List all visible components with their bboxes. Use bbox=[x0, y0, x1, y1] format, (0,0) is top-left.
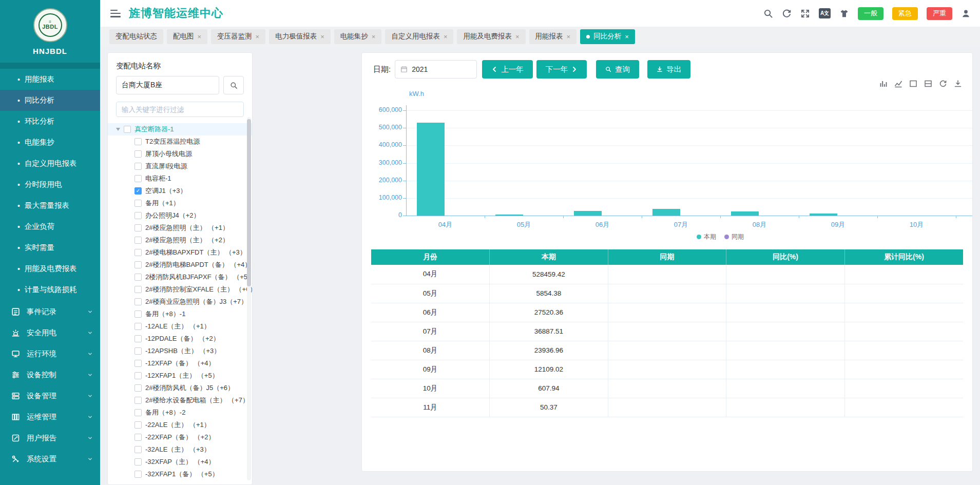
tree-node[interactable]: 备用（+8）-2 bbox=[116, 406, 244, 419]
tree-checkbox[interactable] bbox=[134, 434, 142, 441]
tree-node[interactable]: -12ALE（主） （+1） bbox=[116, 320, 244, 333]
tab-3[interactable]: 变压器监测× bbox=[211, 29, 265, 44]
tree-node[interactable]: -12XFAP（备） （+4） bbox=[116, 357, 244, 370]
tree-node[interactable]: 2#楼给水设备配电箱（主） （+7） bbox=[116, 394, 244, 406]
sidebar-group-用户报告[interactable]: 用户报告 bbox=[0, 428, 100, 449]
sidebar-group-设备控制[interactable]: 设备控制 bbox=[0, 364, 100, 385]
translate-icon[interactable]: A文 bbox=[819, 8, 831, 18]
tree-node-label[interactable]: 2#楼消防控制室XFALE（主） （+6） bbox=[145, 285, 253, 294]
tree-node[interactable]: ✓空调J1（+3） bbox=[116, 185, 244, 197]
tree-checkbox[interactable] bbox=[134, 335, 142, 342]
sidebar-item-用能及电费报表[interactable]: 用能及电费报表 bbox=[0, 258, 100, 279]
tree-scrollbar-thumb[interactable] bbox=[247, 119, 251, 286]
toolbox-stack-icon[interactable] bbox=[909, 80, 917, 88]
alarm-badge-general[interactable]: 一般 bbox=[858, 7, 883, 20]
theme-shirt-icon[interactable] bbox=[839, 9, 849, 18]
tree-node-label[interactable]: 2#楼电梯BAPXFDT（主） （+3） bbox=[145, 248, 246, 257]
tree-node-label[interactable]: -32ALE（主） （+3） bbox=[145, 445, 210, 454]
close-icon[interactable]: × bbox=[256, 33, 260, 41]
refresh-icon[interactable] bbox=[782, 9, 792, 18]
next-year-button[interactable]: 下一年 bbox=[536, 60, 587, 79]
tree-checkbox[interactable] bbox=[134, 200, 142, 207]
tree-checkbox[interactable] bbox=[134, 421, 142, 429]
tree-checkbox[interactable] bbox=[134, 311, 142, 318]
tree-checkbox[interactable] bbox=[134, 150, 142, 158]
close-icon[interactable]: × bbox=[515, 33, 520, 41]
tree-checkbox[interactable] bbox=[134, 212, 142, 219]
sidebar-group-事件记录[interactable]: 事件记录 bbox=[0, 301, 100, 322]
query-button[interactable]: 查询 bbox=[596, 60, 639, 79]
tree-checkbox[interactable] bbox=[134, 138, 142, 145]
tree-node-label[interactable]: 2楼消防风机BJFAPXF（备） （+5） bbox=[145, 273, 253, 282]
tree-node-label[interactable]: -12XFAP（备） （+4） bbox=[145, 359, 215, 368]
sidebar-group-安全用电[interactable]: 安全用电 bbox=[0, 322, 100, 343]
tab-6[interactable]: 自定义用电报表× bbox=[385, 29, 453, 44]
tree-checkbox[interactable] bbox=[134, 471, 142, 478]
tree-checkbox[interactable] bbox=[134, 384, 142, 392]
tree-checkbox[interactable] bbox=[134, 175, 142, 182]
station-search-button[interactable] bbox=[223, 76, 244, 94]
tree-node-label[interactable]: T2变压器温控电源 bbox=[145, 137, 200, 146]
tree-node[interactable]: 直流屏I段电源 bbox=[116, 160, 244, 172]
tree-node-label[interactable]: -12ALE（主） （+1） bbox=[145, 322, 210, 331]
prev-year-button[interactable]: 上一年 bbox=[482, 60, 533, 79]
tree-node[interactable]: 2楼消防风机BJFAPXF（备） （+5） bbox=[116, 271, 244, 283]
tree-node[interactable]: -12APSHB（主） （+3） bbox=[116, 345, 244, 357]
close-icon[interactable]: × bbox=[320, 33, 324, 41]
tree-node-label[interactable]: 电容柜-1 bbox=[145, 174, 171, 183]
tree-node-label[interactable]: -12XFAP1（主） （+5） bbox=[145, 371, 219, 380]
tree-node-label[interactable]: -12APSHB（主） （+3） bbox=[145, 346, 220, 356]
station-name-input[interactable] bbox=[116, 76, 219, 94]
tree-node[interactable]: 电容柜-1 bbox=[116, 172, 244, 185]
sidebar-group-运行环境[interactable]: 运行环境 bbox=[0, 343, 100, 364]
caret-down-icon[interactable] bbox=[116, 128, 120, 131]
tab-1[interactable]: 变配电站状态 bbox=[109, 29, 163, 44]
tab-8[interactable]: 用能报表× bbox=[529, 29, 577, 44]
tree-node[interactable]: 2#楼电梯BAPXFDT（主） （+3） bbox=[116, 246, 244, 259]
tree-node[interactable]: 办公照明J4（+2） bbox=[116, 209, 244, 222]
date-picker[interactable]: 2021 bbox=[395, 60, 477, 79]
tree-node[interactable]: -32ALE（主） （+3） bbox=[116, 443, 244, 456]
tree-checkbox[interactable] bbox=[134, 237, 142, 244]
tree-checkbox[interactable] bbox=[124, 126, 131, 133]
tree-node[interactable]: -22ALE（主） （+1） bbox=[116, 419, 244, 431]
sidebar-item-实时需量[interactable]: 实时需量 bbox=[0, 237, 100, 258]
tree-node-label[interactable]: -22ALE（主） （+1） bbox=[145, 420, 210, 430]
tree-node[interactable]: -32XFAP1（备） （+5） bbox=[116, 468, 244, 480]
tree-checkbox[interactable] bbox=[134, 261, 142, 268]
tree-node[interactable]: -22XFAP（备） （+2） bbox=[116, 431, 244, 443]
sidebar-group-运维管理[interactable]: 运维管理 bbox=[0, 406, 100, 428]
close-icon[interactable]: × bbox=[198, 33, 202, 41]
toolbox-download-icon[interactable] bbox=[954, 80, 962, 88]
close-icon[interactable]: × bbox=[444, 33, 448, 41]
tree-node-label[interactable]: 2#楼给水设备配电箱（主） （+7） bbox=[145, 396, 249, 405]
fullscreen-icon[interactable] bbox=[800, 9, 810, 18]
tree-checkbox[interactable] bbox=[134, 274, 142, 281]
tree-node[interactable]: 2#楼消防电梯BAPDT（备） （+4） bbox=[116, 259, 244, 271]
tree-node-label[interactable]: -22XFAP（备） （+2） bbox=[145, 433, 215, 442]
tree-node[interactable]: -12XFAP1（主） （+5） bbox=[116, 370, 244, 382]
menu-toggle-icon[interactable] bbox=[110, 10, 121, 17]
tab-9[interactable]: 同比分析× bbox=[580, 29, 635, 44]
tree-node[interactable]: 屏顶小母线电源 bbox=[116, 148, 244, 160]
toolbox-line-chart-icon[interactable] bbox=[894, 80, 902, 88]
user-icon[interactable] bbox=[961, 9, 971, 18]
tree-node[interactable]: 2#楼商业应急照明（备）J3（+7） bbox=[116, 296, 244, 308]
tree-checkbox[interactable] bbox=[134, 286, 142, 293]
tab-5[interactable]: 电能集抄× bbox=[334, 29, 382, 44]
tree-node[interactable]: 2#楼应急照明（主） （+2） bbox=[116, 234, 244, 246]
close-icon[interactable]: × bbox=[567, 33, 571, 41]
toolbox-restore-icon[interactable] bbox=[939, 80, 947, 88]
tree-node[interactable]: 2#楼消防风机（备）J5（+6） bbox=[116, 382, 244, 394]
tree-node-root[interactable]: 真空断路器-1 bbox=[108, 123, 252, 135]
tree-node[interactable]: 2#楼消防控制室XFALE（主） （+6） bbox=[116, 283, 244, 296]
tree-node[interactable]: -32XFAP（主） （+4） bbox=[116, 456, 244, 468]
tree-node-label[interactable]: 2#楼消防风机（备）J5（+6） bbox=[145, 383, 234, 393]
sidebar-group-设备管理[interactable]: 设备管理 bbox=[0, 385, 100, 406]
sidebar-item-最大需量报表[interactable]: 最大需量报表 bbox=[0, 195, 100, 216]
tree-checkbox[interactable] bbox=[134, 360, 142, 367]
tree-node-label[interactable]: 备用（+8）-2 bbox=[145, 408, 185, 417]
tree-node[interactable]: 2#楼应急照明（主） （+1） bbox=[116, 222, 244, 234]
tree-node-label[interactable]: -32XFAP（主） （+4） bbox=[145, 457, 215, 467]
tree-node-label[interactable]: 备用（+1） bbox=[145, 199, 180, 208]
